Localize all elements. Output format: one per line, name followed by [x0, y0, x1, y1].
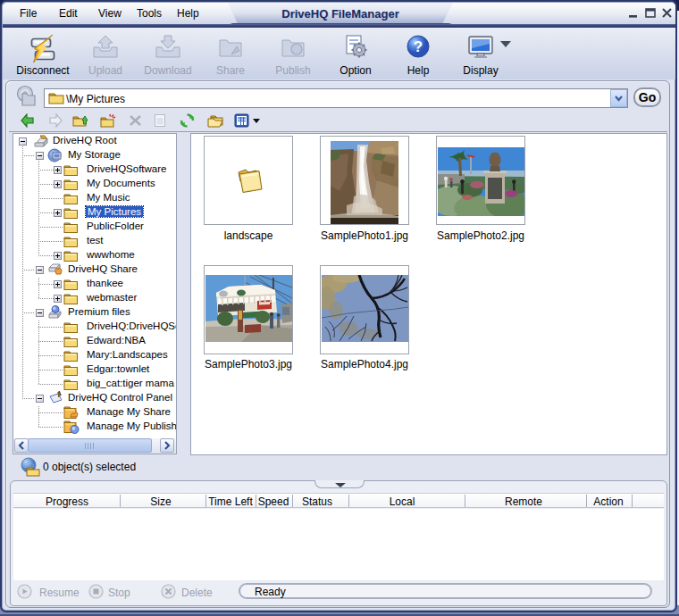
svg-text:?: ?	[414, 38, 423, 55]
